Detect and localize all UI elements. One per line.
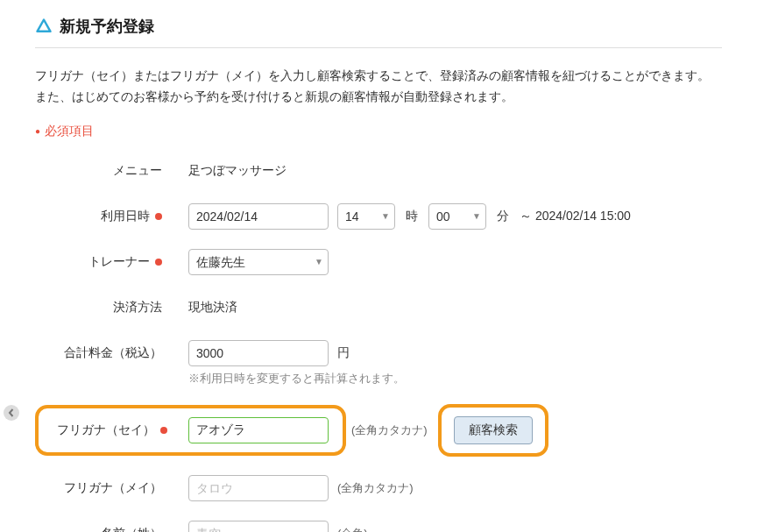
intro-text: フリガナ（セイ）またはフリガナ（メイ）を入力し顧客検索することで、登録済みの顧客… [35, 66, 722, 108]
label-furigana-mei: フリガナ（メイ） [35, 480, 188, 496]
intro-line-2: また、はじめてのお客様から予約を受け付けると新規の顧客情報が自動登録されます。 [35, 87, 722, 108]
end-datetime: ～ 2024/02/14 15:00 [520, 209, 631, 224]
row-furigana-sei: フリガナ（セイ） (全角カタカナ) 顧客検索 [35, 404, 722, 457]
menu-value: 足つぼマッサージ [188, 163, 287, 179]
back-arrow-icon[interactable] [4, 405, 19, 421]
label-trainer: トレーナー [35, 254, 188, 270]
trainer-select[interactable]: 佐藤先生 [188, 249, 329, 275]
required-legend: 必須項目 [35, 124, 722, 139]
highlight-customer-search: 顧客検索 [438, 404, 548, 457]
highlight-furigana-sei: フリガナ（セイ） [35, 405, 346, 456]
note-zenkaku: (全角) [337, 526, 368, 532]
yen-unit: 円 [337, 345, 350, 361]
label-payment: 決済方法 [35, 300, 188, 316]
required-dot-icon [160, 427, 167, 434]
row-datetime: 利用日時 14 ▼ 時 00 ▼ 分 ～ 2024/02/14 15:00 [35, 202, 722, 231]
label-furigana-sei: フリガナ（セイ） [53, 422, 188, 438]
triangle-icon [35, 18, 53, 35]
minute-unit: 分 [497, 209, 509, 224]
row-menu: メニュー 足つぼマッサージ [35, 157, 722, 185]
row-trainer: トレーナー 佐藤先生 ▼ [35, 248, 722, 276]
required-dot-icon [155, 259, 162, 266]
row-furigana-mei: フリガナ（メイ） (全角カタカナ) [35, 474, 722, 502]
note-zenkaku-katakana: (全角カタカナ) [337, 480, 414, 496]
name-sei-input[interactable] [188, 521, 329, 532]
furigana-mei-input[interactable] [188, 475, 329, 501]
label-name-sei: 名前（姓） [35, 526, 188, 532]
label-menu: メニュー [35, 163, 188, 179]
furigana-sei-input[interactable] [188, 417, 329, 443]
total-input[interactable] [188, 340, 329, 366]
row-payment: 決済方法 現地決済 [35, 294, 722, 322]
hour-unit: 時 [406, 209, 418, 224]
page-title: 新規予約登録 [60, 16, 154, 37]
payment-value: 現地決済 [188, 300, 237, 316]
total-hint: ※利用日時を変更すると再計算されます。 [188, 371, 722, 387]
label-total: 合計料金（税込） [35, 345, 188, 361]
minute-select[interactable]: 00 [428, 203, 486, 230]
customer-search-button[interactable]: 顧客検索 [454, 416, 533, 444]
page-header: 新規予約登録 [35, 16, 722, 48]
date-input[interactable] [188, 203, 329, 230]
note-zenkaku-katakana: (全角カタカナ) [351, 422, 428, 438]
row-total: 合計料金（税込） 円 [35, 339, 722, 367]
hour-select[interactable]: 14 [337, 203, 395, 230]
row-name-sei: 名前（姓） (全角) [35, 520, 722, 532]
intro-line-1: フリガナ（セイ）またはフリガナ（メイ）を入力し顧客検索することで、登録済みの顧客… [35, 66, 722, 87]
label-datetime: 利用日時 [35, 209, 188, 224]
required-dot-icon [155, 213, 162, 220]
